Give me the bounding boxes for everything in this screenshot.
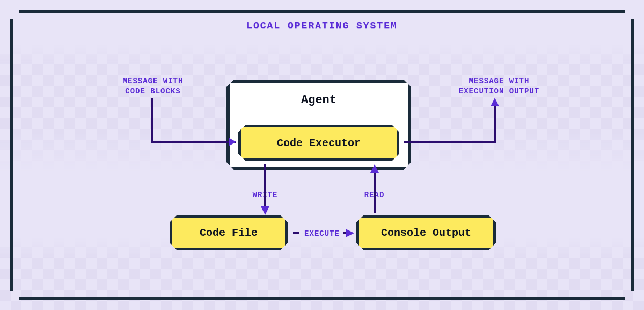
label-read: READ [360, 190, 389, 200]
label-message-in: MESSAGE WITH CODE BLOCKS [105, 76, 201, 97]
page-title: LOCAL OPERATING SYSTEM [0, 20, 644, 31]
label-message-out: MESSAGE WITH EXECUTION OUTPUT [443, 76, 555, 97]
label-execute: EXECUTE [298, 229, 346, 239]
console-output-box: Console Output [356, 215, 496, 250]
code-executor-box: Code Executor [238, 125, 399, 161]
label-write: WRITE [249, 190, 281, 200]
code-file-box: Code File [170, 215, 288, 250]
agent-label: Agent [230, 83, 408, 107]
